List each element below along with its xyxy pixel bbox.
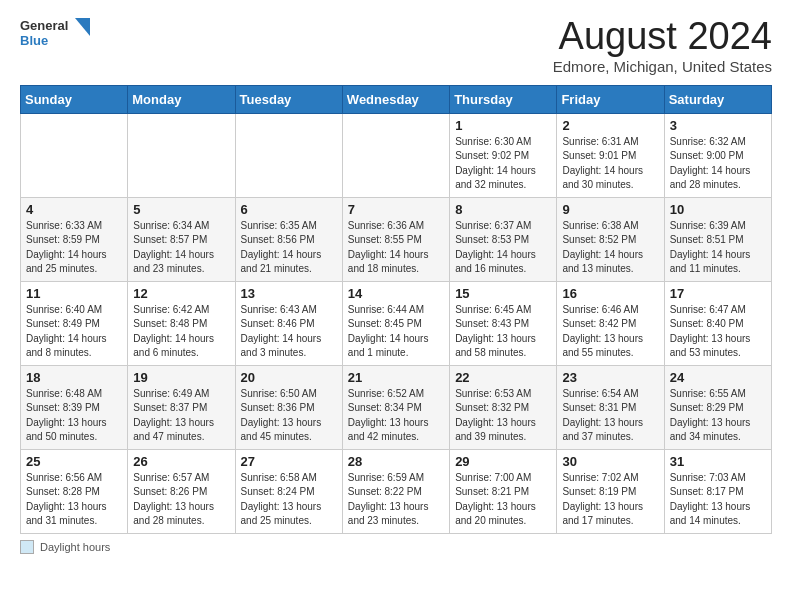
day-info: Sunrise: 6:55 AMSunset: 8:29 PMDaylight:…	[670, 387, 766, 445]
day-info: Sunrise: 6:31 AMSunset: 9:01 PMDaylight:…	[562, 135, 658, 193]
day-info: Sunrise: 6:39 AMSunset: 8:51 PMDaylight:…	[670, 219, 766, 277]
calendar-cell: 5Sunrise: 6:34 AMSunset: 8:57 PMDaylight…	[128, 197, 235, 281]
calendar-cell: 4Sunrise: 6:33 AMSunset: 8:59 PMDaylight…	[21, 197, 128, 281]
calendar-day-header: Saturday	[664, 85, 771, 113]
calendar-cell: 15Sunrise: 6:45 AMSunset: 8:43 PMDayligh…	[450, 281, 557, 365]
calendar-cell: 30Sunrise: 7:02 AMSunset: 8:19 PMDayligh…	[557, 449, 664, 533]
day-info: Sunrise: 6:53 AMSunset: 8:32 PMDaylight:…	[455, 387, 551, 445]
calendar-cell	[21, 113, 128, 197]
title-block: August 2024 Edmore, Michigan, United Sta…	[553, 16, 772, 75]
day-info: Sunrise: 6:32 AMSunset: 9:00 PMDaylight:…	[670, 135, 766, 193]
daylight-indicator	[20, 540, 34, 554]
calendar-table: SundayMondayTuesdayWednesdayThursdayFrid…	[20, 85, 772, 534]
day-number: 6	[241, 202, 337, 217]
day-info: Sunrise: 6:37 AMSunset: 8:53 PMDaylight:…	[455, 219, 551, 277]
header: General Blue August 2024 Edmore, Michiga…	[20, 16, 772, 75]
calendar-cell: 9Sunrise: 6:38 AMSunset: 8:52 PMDaylight…	[557, 197, 664, 281]
day-number: 29	[455, 454, 551, 469]
day-number: 13	[241, 286, 337, 301]
calendar-cell: 20Sunrise: 6:50 AMSunset: 8:36 PMDayligh…	[235, 365, 342, 449]
calendar-cell: 21Sunrise: 6:52 AMSunset: 8:34 PMDayligh…	[342, 365, 449, 449]
logo-svg: General Blue	[20, 16, 90, 52]
day-info: Sunrise: 7:02 AMSunset: 8:19 PMDaylight:…	[562, 471, 658, 529]
calendar-cell: 14Sunrise: 6:44 AMSunset: 8:45 PMDayligh…	[342, 281, 449, 365]
day-info: Sunrise: 6:36 AMSunset: 8:55 PMDaylight:…	[348, 219, 444, 277]
day-info: Sunrise: 6:46 AMSunset: 8:42 PMDaylight:…	[562, 303, 658, 361]
day-info: Sunrise: 7:00 AMSunset: 8:21 PMDaylight:…	[455, 471, 551, 529]
day-number: 10	[670, 202, 766, 217]
calendar-day-header: Friday	[557, 85, 664, 113]
day-number: 21	[348, 370, 444, 385]
calendar-cell	[128, 113, 235, 197]
calendar-cell: 26Sunrise: 6:57 AMSunset: 8:26 PMDayligh…	[128, 449, 235, 533]
calendar-cell: 17Sunrise: 6:47 AMSunset: 8:40 PMDayligh…	[664, 281, 771, 365]
day-number: 20	[241, 370, 337, 385]
day-number: 1	[455, 118, 551, 133]
day-number: 18	[26, 370, 122, 385]
day-number: 15	[455, 286, 551, 301]
day-number: 14	[348, 286, 444, 301]
svg-marker-2	[75, 18, 90, 36]
calendar-cell: 13Sunrise: 6:43 AMSunset: 8:46 PMDayligh…	[235, 281, 342, 365]
day-info: Sunrise: 7:03 AMSunset: 8:17 PMDaylight:…	[670, 471, 766, 529]
day-info: Sunrise: 6:42 AMSunset: 8:48 PMDaylight:…	[133, 303, 229, 361]
day-info: Sunrise: 6:49 AMSunset: 8:37 PMDaylight:…	[133, 387, 229, 445]
daylight-label: Daylight hours	[40, 541, 110, 553]
day-info: Sunrise: 6:40 AMSunset: 8:49 PMDaylight:…	[26, 303, 122, 361]
day-info: Sunrise: 6:38 AMSunset: 8:52 PMDaylight:…	[562, 219, 658, 277]
calendar-day-header: Wednesday	[342, 85, 449, 113]
calendar-cell: 2Sunrise: 6:31 AMSunset: 9:01 PMDaylight…	[557, 113, 664, 197]
day-number: 26	[133, 454, 229, 469]
day-info: Sunrise: 6:43 AMSunset: 8:46 PMDaylight:…	[241, 303, 337, 361]
logo: General Blue	[20, 16, 90, 52]
calendar-cell	[342, 113, 449, 197]
calendar-cell: 31Sunrise: 7:03 AMSunset: 8:17 PMDayligh…	[664, 449, 771, 533]
day-number: 31	[670, 454, 766, 469]
svg-text:Blue: Blue	[20, 33, 48, 48]
day-info: Sunrise: 6:58 AMSunset: 8:24 PMDaylight:…	[241, 471, 337, 529]
day-info: Sunrise: 6:33 AMSunset: 8:59 PMDaylight:…	[26, 219, 122, 277]
calendar-cell: 7Sunrise: 6:36 AMSunset: 8:55 PMDaylight…	[342, 197, 449, 281]
day-number: 3	[670, 118, 766, 133]
calendar-cell: 8Sunrise: 6:37 AMSunset: 8:53 PMDaylight…	[450, 197, 557, 281]
calendar-cell: 3Sunrise: 6:32 AMSunset: 9:00 PMDaylight…	[664, 113, 771, 197]
day-number: 2	[562, 118, 658, 133]
calendar-cell: 1Sunrise: 6:30 AMSunset: 9:02 PMDaylight…	[450, 113, 557, 197]
calendar-cell: 25Sunrise: 6:56 AMSunset: 8:28 PMDayligh…	[21, 449, 128, 533]
calendar-day-header: Thursday	[450, 85, 557, 113]
calendar-week-row: 4Sunrise: 6:33 AMSunset: 8:59 PMDaylight…	[21, 197, 772, 281]
calendar-cell: 12Sunrise: 6:42 AMSunset: 8:48 PMDayligh…	[128, 281, 235, 365]
day-number: 22	[455, 370, 551, 385]
day-info: Sunrise: 6:57 AMSunset: 8:26 PMDaylight:…	[133, 471, 229, 529]
day-number: 12	[133, 286, 229, 301]
day-number: 8	[455, 202, 551, 217]
calendar-cell: 27Sunrise: 6:58 AMSunset: 8:24 PMDayligh…	[235, 449, 342, 533]
day-info: Sunrise: 6:35 AMSunset: 8:56 PMDaylight:…	[241, 219, 337, 277]
day-info: Sunrise: 6:47 AMSunset: 8:40 PMDaylight:…	[670, 303, 766, 361]
calendar-cell: 22Sunrise: 6:53 AMSunset: 8:32 PMDayligh…	[450, 365, 557, 449]
day-info: Sunrise: 6:44 AMSunset: 8:45 PMDaylight:…	[348, 303, 444, 361]
day-number: 25	[26, 454, 122, 469]
calendar-cell: 29Sunrise: 7:00 AMSunset: 8:21 PMDayligh…	[450, 449, 557, 533]
day-info: Sunrise: 6:30 AMSunset: 9:02 PMDaylight:…	[455, 135, 551, 193]
calendar-cell: 10Sunrise: 6:39 AMSunset: 8:51 PMDayligh…	[664, 197, 771, 281]
calendar-day-header: Sunday	[21, 85, 128, 113]
calendar-cell: 24Sunrise: 6:55 AMSunset: 8:29 PMDayligh…	[664, 365, 771, 449]
calendar-cell: 11Sunrise: 6:40 AMSunset: 8:49 PMDayligh…	[21, 281, 128, 365]
svg-text:General: General	[20, 18, 68, 33]
day-info: Sunrise: 6:34 AMSunset: 8:57 PMDaylight:…	[133, 219, 229, 277]
day-info: Sunrise: 6:54 AMSunset: 8:31 PMDaylight:…	[562, 387, 658, 445]
calendar-header-row: SundayMondayTuesdayWednesdayThursdayFrid…	[21, 85, 772, 113]
day-number: 5	[133, 202, 229, 217]
main-title: August 2024	[553, 16, 772, 58]
calendar-cell: 19Sunrise: 6:49 AMSunset: 8:37 PMDayligh…	[128, 365, 235, 449]
day-number: 28	[348, 454, 444, 469]
day-number: 7	[348, 202, 444, 217]
calendar-cell: 18Sunrise: 6:48 AMSunset: 8:39 PMDayligh…	[21, 365, 128, 449]
day-number: 23	[562, 370, 658, 385]
day-info: Sunrise: 6:56 AMSunset: 8:28 PMDaylight:…	[26, 471, 122, 529]
day-number: 11	[26, 286, 122, 301]
day-number: 30	[562, 454, 658, 469]
calendar-week-row: 25Sunrise: 6:56 AMSunset: 8:28 PMDayligh…	[21, 449, 772, 533]
day-number: 17	[670, 286, 766, 301]
